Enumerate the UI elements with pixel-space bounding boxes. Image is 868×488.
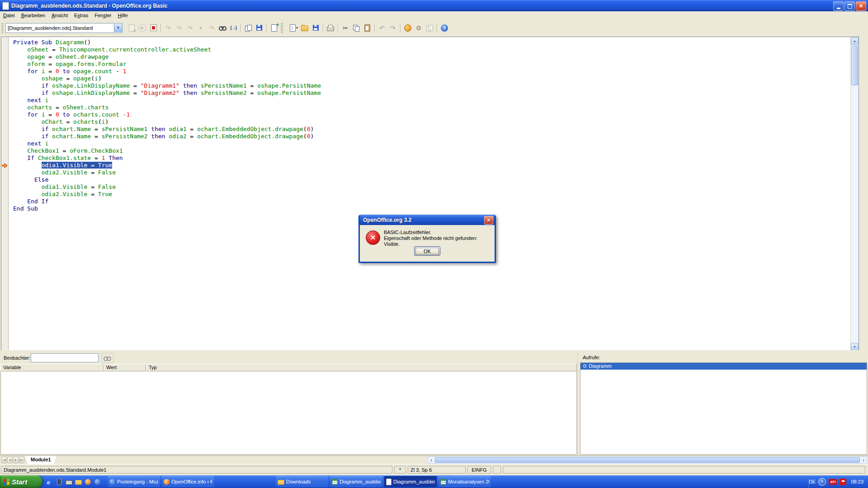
scroll-up-icon[interactable]: ▲ bbox=[851, 37, 859, 45]
goto-icon[interactable] bbox=[228, 23, 239, 33]
code-line[interactable]: next i bbox=[13, 97, 850, 104]
taskbar-task[interactable]: Diagramm_ausblende... bbox=[330, 476, 382, 487]
menu-extras[interactable]: Extras bbox=[71, 12, 91, 19]
vertical-scrollbar[interactable]: ▲ ▼ bbox=[850, 37, 859, 351]
menu-hilfe[interactable]: Hilfe bbox=[115, 12, 131, 19]
column-header-typ[interactable]: Typ bbox=[146, 364, 577, 371]
call-stack-item[interactable]: 0: Diagramm bbox=[580, 363, 867, 370]
chevron-down-icon[interactable]: ▼ bbox=[114, 24, 122, 32]
collapse-chevron-icon[interactable]: ‹ bbox=[818, 478, 826, 486]
tab-module1[interactable]: Module1 bbox=[25, 456, 57, 464]
menu-fenster[interactable]: Fenster bbox=[91, 12, 114, 19]
code-line[interactable]: oshape = opage(i) bbox=[13, 75, 850, 82]
hyperlink-icon[interactable] bbox=[402, 23, 413, 33]
column-header-wert[interactable]: Wert bbox=[104, 364, 146, 371]
minimize-button[interactable] bbox=[833, 1, 844, 11]
save-icon[interactable] bbox=[310, 23, 321, 33]
copy-icon[interactable] bbox=[351, 23, 362, 33]
new-document-icon[interactable]: ▾ bbox=[288, 23, 299, 33]
options-icon[interactable] bbox=[413, 23, 424, 33]
code-line[interactable]: odia2.Visible = True bbox=[13, 191, 850, 198]
print-icon bbox=[327, 27, 334, 31]
error-icon: ✕ bbox=[366, 230, 380, 245]
code-line[interactable]: If CheckBox1.state = 1 Then bbox=[13, 155, 850, 162]
close-button[interactable]: ✕ bbox=[856, 1, 866, 11]
code-line[interactable]: Private Sub Diagramm() bbox=[13, 39, 850, 46]
library-select[interactable]: [Diagramm_ausblenden.ods].Standard ▼ bbox=[5, 23, 123, 33]
toolbar-drag-handle[interactable] bbox=[281, 23, 283, 33]
ok-button[interactable]: OK bbox=[414, 246, 440, 256]
code-line[interactable]: End If bbox=[13, 198, 850, 205]
code-line[interactable]: next i bbox=[13, 140, 850, 147]
code-line[interactable]: odia1.Visible = True bbox=[13, 162, 850, 169]
language-indicator[interactable]: DE bbox=[809, 479, 816, 484]
restore-button[interactable] bbox=[844, 1, 855, 11]
object-catalog-icon[interactable] bbox=[269, 23, 279, 33]
horizontal-scrollbar-thumb[interactable] bbox=[435, 457, 860, 463]
code-line[interactable]: for i = 0 to ocharts.count -1 bbox=[13, 111, 850, 118]
scroll-right-icon[interactable]: › bbox=[860, 457, 867, 463]
device-icon[interactable] bbox=[56, 478, 63, 485]
taskbar-task[interactable]: Monatsanalysen 201... bbox=[439, 476, 491, 487]
column-header-variable[interactable]: Variable bbox=[0, 364, 104, 371]
code-line[interactable]: oChart = ocharts(i) bbox=[13, 118, 850, 126]
horizontal-scrollbar[interactable]: ‹ › bbox=[428, 456, 867, 464]
vertical-scrollbar-thumb[interactable] bbox=[851, 46, 858, 85]
printer-icon[interactable] bbox=[65, 478, 72, 485]
code-line[interactable]: odia2.Visible = False bbox=[13, 169, 850, 176]
ati-icon[interactable]: ATI bbox=[829, 479, 837, 485]
object-catalog-icon bbox=[271, 24, 277, 32]
code-line[interactable]: oform = opage.forms.Formular bbox=[13, 61, 850, 68]
code-line[interactable]: if ochart.Name = sPersistName2 then odia… bbox=[13, 133, 850, 140]
watch-table-header: VariableWertTyp bbox=[0, 364, 577, 371]
dialog-title-bar[interactable]: OpenOffice.org 3.2 ✕ bbox=[360, 215, 495, 225]
code-line[interactable]: oSheet = Thiscomponent.currentcontroller… bbox=[13, 46, 850, 53]
code-line[interactable]: ocharts = oSheet.charts bbox=[13, 104, 850, 111]
stop-icon[interactable] bbox=[148, 23, 159, 33]
print-icon[interactable] bbox=[325, 23, 336, 33]
chevron-down-icon[interactable]: ▾ bbox=[296, 26, 298, 30]
code-line[interactable]: if oshape.LinkDisplayName = "Diagramm1" … bbox=[13, 82, 850, 89]
title-bar: Diagramm_ausblenden.ods.Standard - OpenO… bbox=[0, 0, 868, 11]
code-line[interactable]: odia1.Visible = False bbox=[13, 183, 850, 191]
code-line[interactable]: if oshape.LinkDisplayName = "Diagramm2" … bbox=[13, 89, 850, 97]
taskbar-task[interactable]: OpenOffice.info • For... bbox=[162, 476, 214, 487]
code-line[interactable]: Else bbox=[13, 176, 850, 183]
calls-list[interactable]: 0: Diagramm bbox=[580, 362, 867, 455]
task-label: Monatsanalysen 201... bbox=[448, 479, 489, 484]
modules-icon[interactable] bbox=[243, 23, 254, 33]
open-icon[interactable] bbox=[299, 23, 310, 33]
paste-icon[interactable] bbox=[362, 23, 373, 33]
help-icon[interactable] bbox=[439, 23, 450, 33]
menu-ansicht[interactable]: Ansicht bbox=[48, 12, 71, 19]
start-button[interactable]: Start bbox=[0, 475, 42, 488]
code-area[interactable]: Private Sub Diagramm() oSheet = Thiscomp… bbox=[9, 37, 850, 351]
scroll-down-icon[interactable]: ▼ bbox=[851, 343, 859, 351]
thunderbird-icon[interactable] bbox=[94, 478, 101, 485]
breakpoint-icon bbox=[199, 25, 202, 30]
watch-icon[interactable] bbox=[217, 23, 228, 33]
toolbar-drag-handle[interactable] bbox=[1, 23, 4, 33]
cut-icon[interactable] bbox=[340, 23, 351, 33]
menu-datei[interactable]: Datei bbox=[0, 12, 18, 19]
firefox-icon[interactable] bbox=[84, 478, 91, 485]
code-line[interactable]: opage = oSheet.drawpage bbox=[13, 53, 850, 61]
taskbar-task[interactable]: Downloads bbox=[276, 476, 328, 487]
code-line[interactable]: End Sub bbox=[13, 205, 850, 212]
avira-icon[interactable]: ☂ bbox=[840, 479, 846, 485]
ie-icon[interactable]: e bbox=[46, 478, 53, 485]
save-source-icon[interactable] bbox=[254, 23, 264, 33]
taskbar-task[interactable]: Diagramm_ausblende... bbox=[384, 476, 437, 487]
breakpoint-gutter[interactable] bbox=[1, 37, 9, 351]
folder-icon[interactable] bbox=[75, 478, 82, 485]
code-line[interactable]: if ochart.Name = sPersistName1 then odia… bbox=[13, 126, 850, 133]
taskbar-task[interactable]: Posteingang - Mozilla ... bbox=[108, 476, 160, 487]
watch-input[interactable] bbox=[31, 353, 99, 362]
code-line[interactable]: CheckBox1 = oForm.CheckBox1 bbox=[13, 147, 850, 155]
task-label: OpenOffice.info • For... bbox=[171, 479, 212, 484]
watch-table-body[interactable] bbox=[0, 371, 577, 455]
menu-bearbeiten[interactable]: Bearbeiten bbox=[18, 12, 48, 19]
scroll-left-icon[interactable]: ‹ bbox=[428, 457, 434, 463]
dialog-close-button[interactable]: ✕ bbox=[484, 216, 493, 225]
code-line[interactable]: for i = 0 to opage.count - 1 bbox=[13, 68, 850, 75]
